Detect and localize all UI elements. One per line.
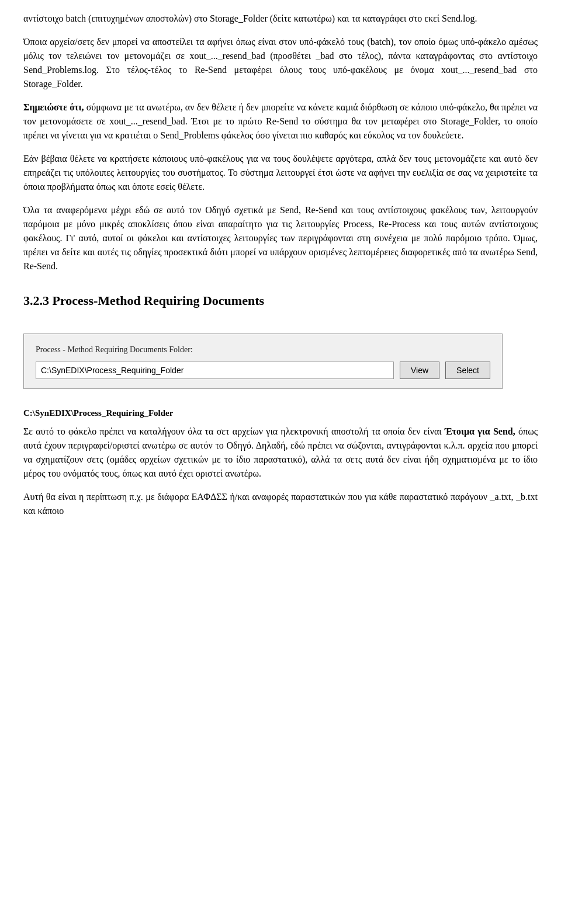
folder-path-input[interactable] — [36, 362, 394, 379]
view-button[interactable]: View — [400, 362, 439, 379]
paragraph-2: Όποια αρχεία/σετς δεν μπορεί να αποστείλ… — [23, 35, 538, 91]
paragraph-3: Σημειώστε ότι, σύμφωνα με τα ανωτέρω, αν… — [23, 100, 538, 143]
folder-path-below: C:\SynEDIX\Process_Requiring_Folder — [23, 407, 538, 420]
paragraph-5: Όλα τα αναφερόμενα μέχρι εδώ σε αυτό τον… — [23, 203, 538, 273]
folder-box-label: Process - Method Requiring Documents Fol… — [36, 343, 490, 356]
section-heading: 3.2.3 Process-Method Requiring Documents — [23, 291, 538, 310]
folder-input-row: View Select — [36, 362, 490, 379]
paragraph-after-2: Αυτή θα είναι η περίπτωση π.χ. με διάφορ… — [23, 490, 538, 518]
select-button[interactable]: Select — [445, 362, 490, 379]
paragraph-after-1: Σε αυτό το φάκελο πρέπει να καταλήγουν ό… — [23, 425, 538, 481]
paragraph-1: αντίστοιχο batch (επιτυχημένων αποστολών… — [23, 12, 538, 26]
folder-box: Process - Method Requiring Documents Fol… — [23, 334, 503, 389]
paragraph-4: Εάν βέβαια θέλετε να κρατήσετε κάποιους … — [23, 152, 538, 194]
